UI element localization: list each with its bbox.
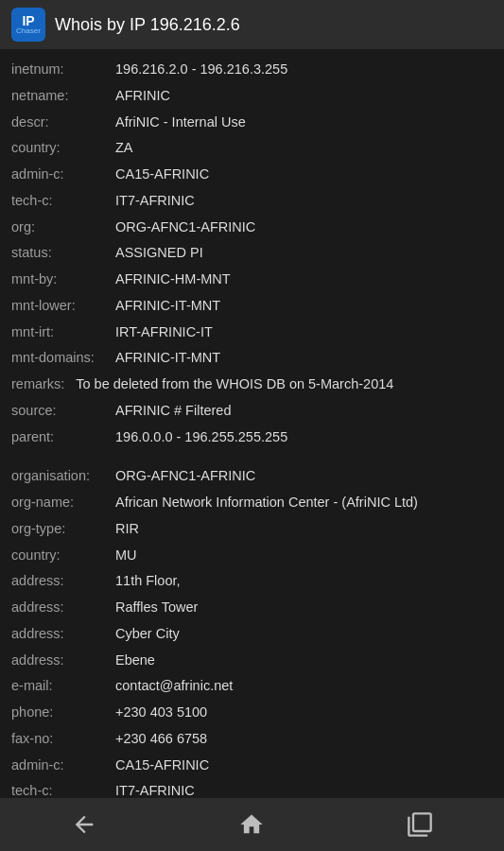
table-row: org-type:RIR bbox=[11, 516, 493, 543]
table-row: tech-c:IT7-AFRINIC bbox=[11, 188, 493, 215]
app-icon: IP Chaser bbox=[11, 8, 45, 42]
row-label: fax-no: bbox=[11, 729, 115, 750]
row-label: mnt-domains: bbox=[11, 348, 115, 369]
table-row: tech-c:IT7-AFRINIC bbox=[11, 778, 493, 798]
app-icon-bottom: Chaser bbox=[16, 27, 41, 35]
table-row: source:AFRINIC # Filtered bbox=[11, 398, 493, 425]
row-label: source: bbox=[11, 401, 115, 422]
row-label: org-name: bbox=[11, 493, 115, 513]
row-label: org-type: bbox=[11, 519, 115, 540]
row-value: CA15-AFRINIC bbox=[115, 165, 493, 185]
table-row: descr:AfriNIC - Internal Use bbox=[11, 110, 493, 136]
row-label: tech-c: bbox=[11, 781, 115, 798]
table-row: country:MU bbox=[11, 543, 493, 569]
row-label: status: bbox=[11, 243, 115, 264]
row-value: ORG-AFNC1-AFRINIC bbox=[115, 466, 493, 487]
table-row: parent:196.0.0.0 - 196.255.255.255 bbox=[11, 425, 493, 451]
page-title: Whois by IP 196.216.2.6 bbox=[55, 15, 240, 35]
remarks-label: remarks: bbox=[11, 376, 64, 391]
nav-bar bbox=[0, 798, 504, 851]
row-label: organisation: bbox=[11, 466, 115, 487]
row-label: org: bbox=[11, 217, 115, 238]
row-label: country: bbox=[11, 546, 115, 566]
row-label: e-mail: bbox=[11, 676, 115, 697]
table-row: mnt-lower:AFRINIC-IT-MNT bbox=[11, 293, 493, 320]
row-label: address: bbox=[11, 651, 115, 671]
content-area: inetnum:196.216.2.0 - 196.216.3.255netna… bbox=[0, 49, 504, 798]
home-button[interactable] bbox=[223, 806, 280, 843]
table-row: netname:AFRINIC bbox=[11, 83, 493, 110]
whois-block-org: organisation:ORG-AFNC1-AFRINICorg-name:A… bbox=[11, 463, 493, 798]
row-label: mnt-lower: bbox=[11, 296, 115, 317]
row-value: RIR bbox=[115, 519, 493, 540]
row-value: ZA bbox=[115, 138, 493, 159]
table-row: country:ZA bbox=[11, 135, 493, 162]
table-row: admin-c:CA15-AFRINIC bbox=[11, 753, 493, 779]
row-label: descr: bbox=[11, 113, 115, 133]
row-label: address: bbox=[11, 571, 115, 592]
row-value: IT7-AFRINIC bbox=[115, 191, 493, 212]
row-value: contact@afrinic.net bbox=[115, 676, 493, 697]
row-value: +230 466 6758 bbox=[115, 729, 493, 750]
table-row: mnt-domains:AFRINIC-IT-MNT bbox=[11, 345, 493, 372]
row-value: +230 403 5100 bbox=[115, 703, 493, 723]
table-row: admin-c:CA15-AFRINIC bbox=[11, 162, 493, 188]
row-label: inetnum: bbox=[11, 60, 115, 80]
row-label: address: bbox=[11, 598, 115, 618]
recents-button[interactable] bbox=[391, 806, 448, 843]
table-row: address:Ebene bbox=[11, 648, 493, 674]
row-value: Cyber City bbox=[115, 624, 493, 645]
row-value: Ebene bbox=[115, 651, 493, 671]
row-label: netname: bbox=[11, 86, 115, 107]
row-value: ASSIGNED PI bbox=[115, 243, 493, 264]
row-value: ORG-AFNC1-AFRINIC bbox=[115, 217, 493, 238]
row-value: IRT-AFRINIC-IT bbox=[115, 322, 493, 343]
table-row: mnt-by:AFRINIC-HM-MNT bbox=[11, 267, 493, 293]
table-row: fax-no:+230 466 6758 bbox=[11, 726, 493, 753]
table-row: status:ASSIGNED PI bbox=[11, 240, 493, 267]
table-row: organisation:ORG-AFNC1-AFRINIC bbox=[11, 463, 493, 490]
remarks-text: To be deleted from the WHOIS DB on 5-Mar… bbox=[76, 376, 393, 391]
table-row: org-name:African Network Information Cen… bbox=[11, 490, 493, 516]
row-label: tech-c: bbox=[11, 191, 115, 212]
row-value: AFRINIC bbox=[115, 86, 493, 107]
row-label: admin-c: bbox=[11, 165, 115, 185]
row-label: phone: bbox=[11, 703, 115, 723]
table-row: address:11th Floor, bbox=[11, 568, 493, 595]
title-bar: IP Chaser Whois by IP 196.216.2.6 bbox=[0, 0, 504, 49]
whois-block-1: inetnum:196.216.2.0 - 196.216.3.255netna… bbox=[11, 57, 493, 372]
whois-block-2: source:AFRINIC # Filteredparent:196.0.0.… bbox=[11, 398, 493, 451]
row-value: CA15-AFRINIC bbox=[115, 755, 493, 776]
row-value: AFRINIC-IT-MNT bbox=[115, 348, 493, 369]
row-value: AfriNIC - Internal Use bbox=[115, 113, 493, 133]
row-label: address: bbox=[11, 624, 115, 645]
back-button[interactable] bbox=[56, 806, 113, 843]
row-value: African Network Information Center - (Af… bbox=[115, 493, 493, 513]
row-value: 196.216.2.0 - 196.216.3.255 bbox=[115, 60, 493, 80]
remarks-value bbox=[68, 376, 72, 391]
table-row: org:ORG-AFNC1-AFRINIC bbox=[11, 215, 493, 241]
row-value: Raffles Tower bbox=[115, 598, 493, 618]
row-value: MU bbox=[115, 546, 493, 566]
row-value: IT7-AFRINIC bbox=[115, 781, 493, 798]
row-label: mnt-irt: bbox=[11, 322, 115, 343]
row-value: AFRINIC-HM-MNT bbox=[115, 269, 493, 290]
row-value: AFRINIC # Filtered bbox=[115, 401, 493, 422]
remarks-row: remarks: To be deleted from the WHOIS DB… bbox=[11, 372, 493, 398]
table-row: inetnum:196.216.2.0 - 196.216.3.255 bbox=[11, 57, 493, 83]
row-value: 11th Floor, bbox=[115, 571, 493, 592]
table-row: address:Cyber City bbox=[11, 621, 493, 648]
table-row: e-mail:contact@afrinic.net bbox=[11, 673, 493, 700]
row-value: 196.0.0.0 - 196.255.255.255 bbox=[115, 427, 493, 448]
table-row: address:Raffles Tower bbox=[11, 595, 493, 621]
row-label: mnt-by: bbox=[11, 269, 115, 290]
row-label: admin-c: bbox=[11, 755, 115, 776]
table-row: phone:+230 403 5100 bbox=[11, 700, 493, 726]
row-value: AFRINIC-IT-MNT bbox=[115, 296, 493, 317]
row-label: parent: bbox=[11, 427, 115, 448]
row-label: country: bbox=[11, 138, 115, 159]
app-icon-top: IP bbox=[22, 14, 34, 27]
table-row: mnt-irt:IRT-AFRINIC-IT bbox=[11, 320, 493, 346]
